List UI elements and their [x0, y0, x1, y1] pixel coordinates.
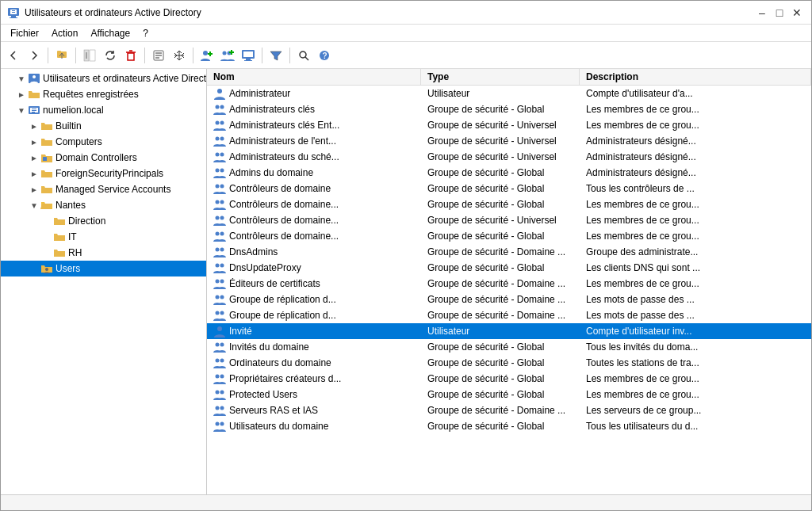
list-row[interactable]: Contrôleurs de domaine... Groupe de sécu… [207, 212, 811, 228]
svg-point-75 [220, 359, 224, 363]
tree-item-numelion-local[interactable]: ▼ numelion.local [1, 102, 206, 118]
row-icon-20 [213, 404, 226, 417]
maximize-button[interactable]: □ [772, 5, 787, 21]
name-cell-20: Serveurs RAS et IAS [207, 403, 421, 418]
label-foreign-security: ForeignSecurityPrincipals [56, 168, 163, 179]
tree-item-root[interactable]: ▼ Utilisateurs et ordinateurs Active Dir… [1, 71, 206, 86]
type-cell-21: Groupe de sécurité - Global [421, 420, 580, 433]
menu-help[interactable]: ? [136, 26, 155, 40]
up-button[interactable] [52, 46, 71, 65]
separator-6 [289, 48, 290, 63]
move-button[interactable] [170, 46, 189, 65]
list-row[interactable]: Administrateurs clés Groupe de sécurité … [207, 101, 811, 117]
list-row[interactable]: Administrateurs du sché... Groupe de séc… [207, 149, 811, 165]
list-row[interactable]: Éditeurs de certificats Groupe de sécuri… [207, 276, 811, 292]
svg-rect-40 [43, 157, 47, 161]
type-cell-9: Groupe de sécurité - Global [421, 230, 580, 242]
new-user-button[interactable] [197, 46, 216, 65]
show-tree-button[interactable] [80, 46, 99, 65]
label-domain-controllers: Domain Controllers [56, 152, 137, 163]
find-button[interactable] [294, 46, 313, 65]
icon-numelion-local [28, 104, 40, 116]
name-cell-18: Propriétaires créateurs d... [207, 372, 421, 386]
tree-item-builtin[interactable]: ► Builtin [1, 118, 206, 134]
tree-item-direction[interactable]: Direction [1, 213, 206, 229]
list-row[interactable]: Utilisateurs du domaine Groupe de sécuri… [207, 418, 811, 434]
tree-item-it[interactable]: IT [1, 229, 206, 245]
expander-saved-queries[interactable]: ► [15, 88, 28, 101]
forward-button[interactable] [25, 46, 44, 65]
expander-builtin[interactable]: ► [28, 120, 40, 132]
help-button[interactable]: ? [315, 46, 334, 65]
refresh-button[interactable] [101, 46, 120, 65]
header-description[interactable]: Description [580, 69, 811, 85]
list-row[interactable]: Serveurs RAS et IAS Groupe de sécurité -… [207, 402, 811, 418]
icon-foreign-security [40, 167, 53, 180]
header-type[interactable]: Type [421, 69, 580, 85]
list-row[interactable]: Admins du domaine Groupe de sécurité - G… [207, 165, 811, 181]
tree-item-users[interactable]: Users [1, 261, 206, 276]
expander-domain-controllers[interactable]: ► [28, 151, 40, 164]
icon-rh [53, 246, 66, 259]
menu-fichier[interactable]: Fichier [4, 26, 45, 40]
filter-button[interactable] [266, 46, 285, 65]
row-icon-8 [213, 214, 226, 227]
list-row[interactable]: DnsAdmins Groupe de sécurité - Domaine .… [207, 244, 811, 260]
label-direction: Direction [68, 215, 105, 227]
svg-rect-2 [11, 16, 16, 17]
list-row[interactable]: Administrateurs de l'ent... Groupe de sé… [207, 133, 811, 149]
row-name-9: Contrôleurs de domaine... [229, 231, 339, 242]
tree-item-computers[interactable]: ► Computers [1, 134, 206, 150]
list-row[interactable]: Groupe de réplication d... Groupe de séc… [207, 292, 811, 307]
list-row[interactable]: Contrôleurs de domaine Groupe de sécurit… [207, 181, 811, 196]
list-row[interactable]: Propriétaires créateurs d... Groupe de s… [207, 371, 811, 387]
list-row[interactable]: Groupe de réplication d... Groupe de séc… [207, 307, 811, 323]
list-row[interactable]: Ordinateurs du domaine Groupe de sécurit… [207, 355, 811, 371]
main-window: Utilisateurs et ordinateurs Active Direc… [0, 0, 812, 511]
separator-3 [144, 48, 145, 63]
row-name-19: Protected Users [229, 389, 297, 400]
list-row[interactable]: Protected Users Groupe de sécurité - Glo… [207, 387, 811, 402]
expander-computers[interactable]: ► [28, 135, 40, 148]
name-cell-5: Admins du domaine [207, 166, 421, 180]
back-button[interactable] [4, 46, 23, 65]
tree-item-managed-service[interactable]: ► Managed Service Accounts [1, 181, 206, 197]
svg-point-46 [220, 121, 224, 125]
row-name-6: Contrôleurs de domaine [229, 183, 331, 194]
menu-affichage[interactable]: Affichage [84, 26, 136, 40]
type-cell-12: Groupe de sécurité - Domaine ... [421, 277, 580, 290]
header-nom[interactable]: Nom [207, 69, 421, 85]
list-row[interactable]: Invité Utilisateur Compte d'utilisateur … [207, 323, 811, 339]
svg-point-59 [216, 232, 220, 236]
svg-point-55 [216, 200, 220, 204]
row-name-4: Administrateurs du sché... [229, 151, 339, 162]
label-users: Users [56, 263, 80, 274]
list-row[interactable]: DnsUpdateProxy Groupe de sécurité - Glob… [207, 260, 811, 276]
new-computer-button[interactable] [239, 46, 258, 65]
new-group-button[interactable] [218, 46, 237, 65]
expander-foreign-security[interactable]: ► [28, 167, 40, 180]
tree-item-saved-queries[interactable]: ► Requêtes enregistrées [1, 86, 206, 102]
properties-button[interactable] [149, 46, 168, 65]
tree-item-foreign-security[interactable]: ► ForeignSecurityPrincipals [1, 166, 206, 181]
desc-cell-18: Les membres de ce grou... [580, 372, 811, 385]
desc-cell-19: Les membres de ce grou... [580, 388, 811, 401]
label-numelion-local: numelion.local [43, 105, 104, 116]
svg-point-81 [220, 406, 224, 410]
list-row[interactable]: Contrôleurs de domaine... Groupe de sécu… [207, 228, 811, 244]
list-row[interactable]: Invités du domaine Groupe de sécurité - … [207, 339, 811, 355]
expander-numelion-local[interactable]: ▼ [15, 104, 28, 116]
tree-item-rh[interactable]: RH [1, 245, 206, 261]
delete-button[interactable] [121, 46, 140, 65]
menu-action[interactable]: Action [45, 26, 84, 40]
tree-item-nantes[interactable]: ▼ Nantes [1, 197, 206, 213]
tree-item-domain-controllers[interactable]: ► Domain Controllers [1, 150, 206, 166]
row-icon-18 [213, 372, 226, 385]
close-button[interactable]: ✕ [789, 5, 805, 21]
list-row[interactable]: Contrôleurs de domaine... Groupe de sécu… [207, 196, 811, 212]
expander-managed-service[interactable]: ► [28, 183, 40, 196]
list-row[interactable]: Administrateur Utilisateur Compte d'util… [207, 86, 811, 101]
expander-nantes[interactable]: ▼ [28, 199, 40, 212]
list-row[interactable]: Administrateurs clés Ent... Groupe de sé… [207, 117, 811, 133]
minimize-button[interactable]: – [754, 5, 770, 21]
